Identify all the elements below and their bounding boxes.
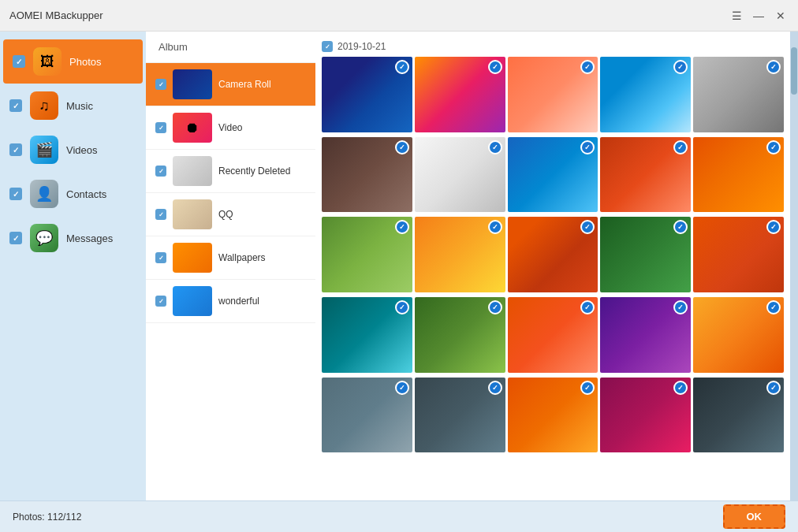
photo-check [580,381,595,395]
album-item-qq[interactable]: QQ [146,193,315,236]
qq-check [155,209,166,220]
photo-cell[interactable] [600,297,691,373]
photo-check [766,381,781,395]
photo-check [673,60,688,74]
photo-cell[interactable] [322,57,412,132]
album-panel: Album Camera Roll ⏺ Video Recently Delet… [146,32,315,500]
album-item-recently-deleted[interactable]: Recently Deleted [146,150,315,193]
music-icon: ♫ [30,91,58,120]
sidebar-item-videos[interactable]: 🎬 Videos [0,128,146,172]
photos-icon: 🖼 [33,47,62,76]
videos-icon: 🎬 [30,136,58,164]
photo-check [395,140,409,154]
recently-deleted-thumb [173,156,212,186]
photo-check [580,220,595,234]
date-check[interactable] [322,41,333,52]
photo-check [395,300,409,314]
sidebar-item-photos[interactable]: 🖼 Photos [3,39,143,84]
photo-cell[interactable] [693,217,784,292]
photo-cell[interactable] [508,297,598,373]
photo-cell[interactable] [508,57,598,132]
photo-cell[interactable] [693,297,784,373]
photo-check [488,220,502,234]
contacts-check [9,188,22,200]
photo-check [766,220,781,234]
photo-cell[interactable] [322,297,412,373]
wallpapers-label: Wallpapers [218,252,266,263]
ok-button[interactable]: OK [723,504,786,529]
photo-cell[interactable] [508,137,598,213]
sidebar-item-contacts[interactable]: 👤 Contacts [0,172,146,216]
photo-row-1 [322,57,784,132]
photo-check [673,140,688,154]
sidebar-item-music[interactable]: ♫ Music [0,84,146,128]
photo-check [580,300,595,314]
video-label: Video [218,122,242,133]
photo-cell[interactable] [322,378,412,453]
photo-cell[interactable] [693,57,784,132]
photo-cell[interactable] [693,137,784,213]
main-container: 🖼 Photos ♫ Music 🎬 Videos 👤 Contacts 💬 M… [0,32,798,500]
contacts-label: Contacts [66,188,106,200]
photo-check [766,300,781,314]
messages-label: Messages [66,233,113,244]
photo-check [673,381,688,395]
photos-check [13,55,25,68]
album-item-wallpapers[interactable]: Wallpapers [146,236,315,280]
photo-cell[interactable] [322,217,412,292]
photo-row-2 [322,137,784,213]
photo-row-5 [322,378,784,453]
date-header: 2019-10-21 [322,38,784,57]
photo-cell[interactable] [415,217,505,292]
photo-cell[interactable] [415,297,505,373]
album-item-video[interactable]: ⏺ Video [146,106,315,150]
photo-cell[interactable] [415,57,505,132]
photo-cell[interactable] [600,137,691,213]
scrollbar-thumb[interactable] [791,47,797,95]
wonderful-thumb [173,286,212,316]
wonderful-check [155,296,166,307]
photo-cell[interactable] [415,137,505,213]
photo-area: 2019-10-21 [315,32,790,500]
photo-cell[interactable] [600,378,691,453]
contacts-icon: 👤 [30,180,58,208]
photo-cell[interactable] [415,378,505,453]
videos-check [9,143,22,156]
photo-check [766,140,781,154]
photo-check [673,220,688,234]
photo-cell[interactable] [693,378,784,453]
title-bar: AOMEI MBackupper ☰ — ✕ [0,0,798,32]
messages-check [9,232,22,244]
minimize-button[interactable]: — [751,8,766,24]
scrollbar[interactable] [790,32,798,500]
album-item-wonderful[interactable]: wonderful [146,280,315,323]
photo-check [395,381,409,395]
close-button[interactable]: ✕ [773,8,789,24]
qq-thumb [173,199,212,229]
wonderful-label: wonderful [218,296,259,307]
wallpapers-check [155,252,166,263]
photo-cell[interactable] [508,378,598,453]
photo-cell[interactable] [322,137,412,213]
recently-deleted-check [155,166,166,177]
photo-cell[interactable] [508,217,598,292]
photo-check [395,60,409,74]
music-label: Music [66,100,93,112]
photo-cell[interactable] [600,57,691,132]
photos-count: Photos: 112/112 [13,512,81,523]
camera-roll-thumb [173,69,212,99]
photo-check [488,60,502,74]
album-item-camera-roll[interactable]: Camera Roll [146,63,315,106]
menu-icon[interactable]: ☰ [729,8,744,24]
photos-label: Photos [69,56,101,68]
photo-cell[interactable] [600,217,691,292]
photo-check [580,60,595,74]
sidebar-item-messages[interactable]: 💬 Messages [0,216,146,260]
camera-roll-label: Camera Roll [218,79,271,90]
photo-check [488,381,502,395]
camera-roll-check [155,79,166,90]
photo-check [673,300,688,314]
photo-check [395,220,409,234]
music-check [9,99,22,112]
videos-label: Videos [66,144,98,156]
